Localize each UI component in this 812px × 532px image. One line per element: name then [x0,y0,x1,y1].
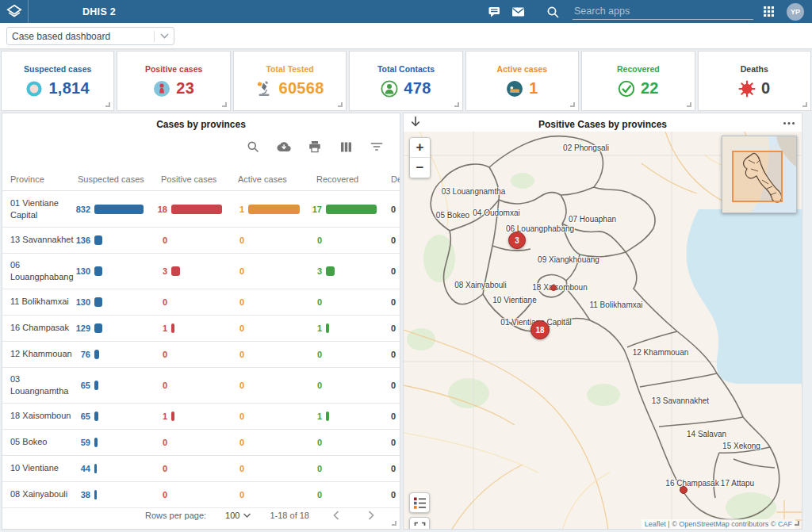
table-row[interactable]: 18 Xaisomboun651010 [2,404,400,430]
table-toolbar [246,136,384,158]
province-map-label: 13 Savannakhet [652,396,709,405]
download-icon[interactable] [277,140,291,154]
attribution-link[interactable]: CAF [778,520,792,528]
card-total-tested[interactable]: Total Tested 60568 [233,51,347,111]
suspected-bar [94,235,102,245]
card-resize-handle[interactable] [570,102,575,107]
map-header: Positive Cases by provinces [404,113,802,132]
positive-value: 0 [147,350,167,359]
attribution-link[interactable]: OpenStreetMap [679,520,730,528]
zoom-in-button[interactable]: + [410,138,430,158]
province-map-label: 02 Phongsali [563,144,609,152]
card-resize-handle[interactable] [687,102,691,107]
table-pagination: Rows per page: 100 1-18 of 18 [2,507,379,523]
card-active-cases[interactable]: Active cases 1 [465,51,579,111]
case-dot-marker[interactable] [550,285,557,291]
table-row[interactable]: 13 Savannakhet1360000 [2,228,400,254]
columns-icon[interactable] [339,140,353,154]
next-page-button[interactable] [363,507,379,523]
card-recovered[interactable]: Recovered 22 [581,51,695,111]
table-row[interactable]: 01 Vientiane Capital832181170 [2,192,400,228]
search-input[interactable] [573,4,753,20]
suspected-bar [94,411,98,421]
rows-per-page-value: 100 [225,511,239,520]
card-total-contacts[interactable]: Total Contacts 478 [349,51,462,111]
province-map-label: 04 Oudomxai [473,209,519,217]
card-resize-handle[interactable] [338,102,343,107]
virus-icon [738,80,756,98]
table-row[interactable]: 05 Bokeo590000 [2,430,400,456]
suspected-value: 65 [69,381,90,390]
more-options-icon[interactable] [783,116,795,128]
table-row[interactable]: 08 Xainyabouli380000 [2,482,400,508]
column-header-suspected[interactable]: Suspected cases [78,174,144,184]
card-positive-cases[interactable]: Positive cases 23 [117,51,230,111]
rows-per-page-select[interactable]: 100 [225,511,251,520]
positive-bar [171,266,180,276]
province-map-label: 16 Champasak [665,479,718,488]
column-header-positive[interactable]: Positive cases [161,174,216,184]
card-resize-handle[interactable] [454,102,459,107]
province-map-label: 05 Bokeo [436,211,469,220]
province-name: 10 Vientiane [10,462,75,474]
card-suspected-cases[interactable]: Suspected cases 1,814 [1,51,114,111]
table-search-icon[interactable] [246,140,260,154]
card-resize-handle[interactable] [802,102,807,107]
print-icon[interactable] [308,140,322,154]
attribution-link[interactable]: Leaflet [645,520,666,528]
active-value: 0 [224,350,244,359]
table-row[interactable]: 16 Champasak1291010 [2,316,400,342]
attribution-text: | © [666,520,679,528]
column-header-deaths[interactable]: Deaths [391,174,400,184]
table-row[interactable]: 06 Louangphabang1303030 [2,254,400,289]
suspected-value: 76 [69,350,90,359]
cases-table-panel: Cases by provinces Province Suspected ca… [2,113,400,530]
messages-icon[interactable] [482,0,506,23]
positive-value: 0 [147,381,167,390]
recovered-value: 0 [302,490,322,499]
recovered-value: 0 [302,438,322,447]
previous-page-button[interactable] [328,507,344,523]
recovered-value: 1 [302,411,322,421]
suspected-bar [94,297,102,307]
table-row[interactable]: 03 Louangnamtha650000 [2,368,400,404]
suspected-value: 832 [69,205,90,214]
card-value: 23 [176,79,194,98]
panel-resize-handle[interactable] [795,521,799,526]
avatar[interactable]: YP [787,3,804,21]
column-header-active[interactable]: Active cases [238,174,287,184]
deaths-value: 0 [380,350,396,359]
card-deaths[interactable]: Deaths 0 [698,51,811,111]
search-icon[interactable] [541,0,565,23]
suspected-bar [94,438,98,447]
panel-resize-handle[interactable] [392,521,396,526]
column-header-recovered[interactable]: Recovered [316,174,358,184]
card-resize-handle[interactable] [105,102,110,107]
mail-icon[interactable] [506,0,530,23]
table-row[interactable]: 10 Vientiane440000 [2,456,400,482]
dashboard-select[interactable]: Case based dashboard [6,27,174,45]
positive-value: 1 [147,323,167,333]
map-canvas[interactable]: 02 Phongsali03 Louangnamtha04 Oudomxai05… [404,132,802,530]
zoom-out-button[interactable]: − [410,158,430,178]
filter-icon[interactable] [370,140,384,154]
column-header-province[interactable]: Province [10,174,44,184]
dhis2-logo[interactable] [0,0,29,23]
fullscreen-button[interactable] [409,517,430,530]
case-dot-marker[interactable] [680,486,688,494]
overview-minimap[interactable] [722,136,797,213]
positive-value: 0 [147,490,167,499]
download-arrow-icon[interactable] [410,116,421,131]
table-row[interactable]: 11 Bolikhamxai1300000 [2,289,400,316]
map-title: Positive Cases by provinces [404,113,802,130]
dashboard-bar: Case based dashboard [0,23,812,48]
case-count-marker[interactable]: 3 [508,232,526,249]
card-label: Total Contacts [377,64,435,74]
legend-button[interactable] [409,492,430,513]
deaths-value: 0 [380,381,396,390]
apps-grid-icon[interactable] [756,0,780,23]
case-count-marker[interactable]: 18 [530,320,550,339]
card-resize-handle[interactable] [222,102,227,107]
table-row[interactable]: 12 Khammouan760000 [2,342,400,368]
province-name: 11 Bolikhamxai [10,296,75,308]
